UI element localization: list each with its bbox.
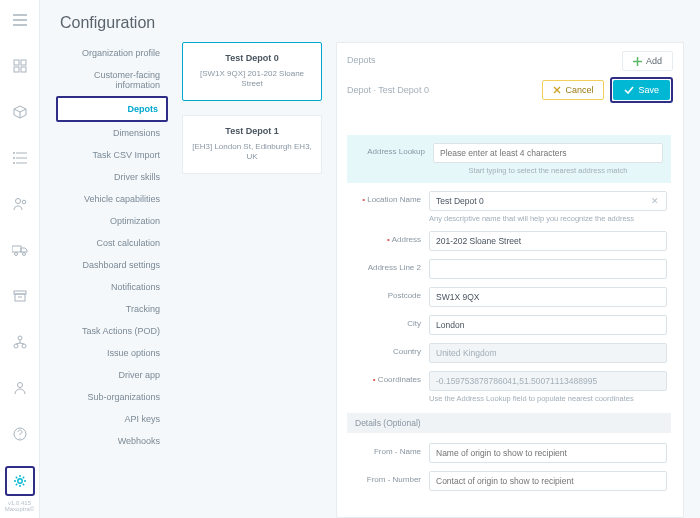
page-title: Configuration <box>60 14 684 32</box>
from-name-label: From - Name <box>351 443 421 457</box>
depot-card-name: Test Depot 0 <box>191 53 313 63</box>
nav-item-driver-app[interactable]: Driver app <box>56 364 168 386</box>
save-button[interactable]: Save <box>613 80 670 100</box>
truck-icon[interactable] <box>6 236 34 264</box>
svg-point-14 <box>18 336 22 340</box>
nav-item-optimization[interactable]: Optimization <box>56 210 168 232</box>
address-label: Address <box>351 231 421 245</box>
depot-card-addr: [SW1X 9QX] 201-202 Sloane Street <box>191 69 313 90</box>
nav-item-task-actions-pod-[interactable]: Task Actions (POD) <box>56 320 168 342</box>
svg-rect-2 <box>14 67 19 72</box>
address2-label: Address Line 2 <box>351 259 421 273</box>
address-input[interactable] <box>429 231 667 251</box>
nav-item-depots[interactable]: Depots <box>56 96 168 122</box>
svg-point-11 <box>22 253 25 256</box>
depot-card-name: Test Depot 1 <box>191 126 313 136</box>
postcode-label: Postcode <box>351 287 421 301</box>
check-icon <box>624 86 634 94</box>
dashboard-icon[interactable] <box>6 52 34 80</box>
nav-item-cost-calculation[interactable]: Cost calculation <box>56 232 168 254</box>
nav-item-api-keys[interactable]: API keys <box>56 408 168 430</box>
help-icon[interactable] <box>6 420 34 448</box>
postcode-input[interactable] <box>429 287 667 307</box>
nav-item-tracking[interactable]: Tracking <box>56 298 168 320</box>
nav-item-issue-options[interactable]: Issue options <box>56 342 168 364</box>
settings-nav: Organization profileCustomer-facing info… <box>56 42 168 518</box>
plus-icon <box>633 57 642 66</box>
svg-point-5 <box>13 157 15 159</box>
nav-item-notifications[interactable]: Notifications <box>56 276 168 298</box>
svg-point-6 <box>13 162 15 164</box>
svg-point-20 <box>17 479 21 483</box>
nav-item-customer-facing-information[interactable]: Customer-facing information <box>56 64 168 96</box>
svg-point-17 <box>17 383 22 388</box>
country-input <box>429 343 667 363</box>
nav-item-driver-skills[interactable]: Driver skills <box>56 166 168 188</box>
svg-point-19 <box>19 437 20 438</box>
nav-item-organization-profile[interactable]: Organization profile <box>56 42 168 64</box>
svg-point-8 <box>22 200 26 204</box>
country-label: Country <box>351 343 421 357</box>
org-icon[interactable] <box>6 328 34 356</box>
clear-icon[interactable]: ✕ <box>651 196 659 206</box>
svg-point-10 <box>14 253 17 256</box>
cancel-icon <box>553 86 561 94</box>
add-button[interactable]: Add <box>622 51 673 71</box>
depots-crumb: Depots <box>347 55 376 65</box>
details-section-head: Details (Optional) <box>347 413 671 433</box>
nav-item-webhooks[interactable]: Webhooks <box>56 430 168 452</box>
breadcrumb: Depot · Test Depot 0 <box>347 85 429 95</box>
from-number-input[interactable] <box>429 471 667 491</box>
svg-rect-1 <box>21 60 26 65</box>
city-label: City <box>351 315 421 329</box>
list-icon[interactable] <box>6 144 34 172</box>
users-icon[interactable] <box>6 190 34 218</box>
lookup-help: Start typing to select the nearest addre… <box>433 166 663 175</box>
nav-item-task-csv-import[interactable]: Task CSV Import <box>56 144 168 166</box>
svg-point-15 <box>14 344 18 348</box>
nav-item-dimensions[interactable]: Dimensions <box>56 122 168 144</box>
location-name-help: Any descriptive name that will help you … <box>429 214 667 223</box>
coordinates-label: Coordinates <box>351 371 421 385</box>
svg-point-16 <box>22 344 26 348</box>
nav-item-dashboard-settings[interactable]: Dashboard settings <box>56 254 168 276</box>
version-caption: v1.0.415Maxoptra© <box>5 500 34 512</box>
from-name-input[interactable] <box>429 443 667 463</box>
depot-card[interactable]: Test Depot 0[SW1X 9QX] 201-202 Sloane St… <box>182 42 322 101</box>
lookup-input[interactable] <box>433 143 663 163</box>
from-number-label: From - Number <box>351 471 421 485</box>
lookup-label: Address Lookup <box>355 143 425 157</box>
depot-card[interactable]: Test Depot 1[EH3] London St, Edinburgh E… <box>182 115 322 174</box>
location-name-label: Location Name <box>351 191 421 205</box>
svg-rect-9 <box>12 246 21 252</box>
svg-point-4 <box>13 152 15 154</box>
svg-rect-3 <box>21 67 26 72</box>
coordinates-help: Use the Address Lookup field to populate… <box>429 394 667 403</box>
svg-rect-0 <box>14 60 19 65</box>
add-label: Add <box>646 56 662 66</box>
archive-icon[interactable] <box>6 282 34 310</box>
package-icon[interactable] <box>6 98 34 126</box>
city-input[interactable] <box>429 315 667 335</box>
address2-input[interactable] <box>429 259 667 279</box>
svg-point-7 <box>15 199 20 204</box>
coordinates-input <box>429 371 667 391</box>
depot-card-addr: [EH3] London St, Edinburgh EH3, UK <box>191 142 313 163</box>
account-icon[interactable] <box>6 374 34 402</box>
location-name-input[interactable] <box>429 191 667 211</box>
settings-icon[interactable] <box>5 466 35 496</box>
menu-icon[interactable] <box>6 6 34 34</box>
nav-item-sub-organizations[interactable]: Sub-organizations <box>56 386 168 408</box>
nav-item-vehicle-capabilities[interactable]: Vehicle capabilities <box>56 188 168 210</box>
cancel-button[interactable]: Cancel <box>542 80 604 100</box>
